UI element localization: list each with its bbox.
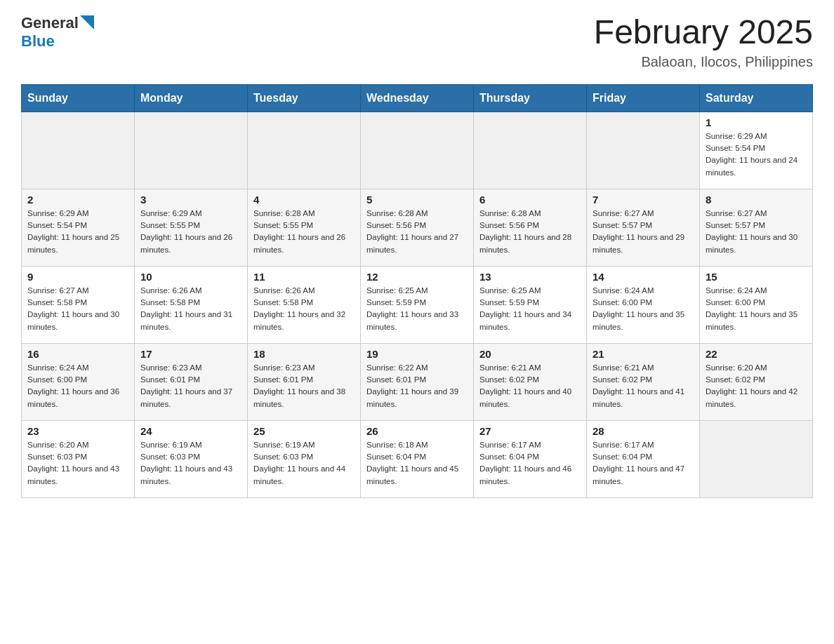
day-info: Sunrise: 6:26 AMSunset: 5:58 PMDaylight:…	[140, 285, 241, 333]
calendar-day-cell: 20Sunrise: 6:21 AMSunset: 6:02 PMDayligh…	[474, 343, 587, 420]
calendar-day-cell: 4Sunrise: 6:28 AMSunset: 5:55 PMDaylight…	[248, 189, 361, 266]
calendar-day-cell: 17Sunrise: 6:23 AMSunset: 6:01 PMDayligh…	[135, 343, 248, 420]
calendar-day-cell: 22Sunrise: 6:20 AMSunset: 6:02 PMDayligh…	[700, 343, 813, 420]
calendar-day-cell: 7Sunrise: 6:27 AMSunset: 5:57 PMDaylight…	[587, 189, 700, 266]
location-title: Balaoan, Ilocos, Philippines	[594, 54, 813, 70]
day-number: 24	[140, 425, 241, 437]
logo-triangle-icon	[80, 15, 94, 29]
calendar-day-cell: 25Sunrise: 6:19 AMSunset: 6:03 PMDayligh…	[248, 420, 361, 497]
day-info: Sunrise: 6:29 AMSunset: 5:54 PMDaylight:…	[706, 130, 807, 179]
day-number: 10	[140, 271, 241, 283]
day-number: 9	[27, 271, 128, 283]
day-info: Sunrise: 6:20 AMSunset: 6:03 PMDaylight:…	[27, 439, 128, 488]
header-monday: Monday	[135, 84, 248, 112]
logo-blue-text: Blue	[21, 32, 55, 51]
calendar-day-cell: 16Sunrise: 6:24 AMSunset: 6:00 PMDayligh…	[22, 343, 135, 420]
calendar-day-cell: 2Sunrise: 6:29 AMSunset: 5:54 PMDaylight…	[22, 189, 135, 266]
calendar-day-cell: 3Sunrise: 6:29 AMSunset: 5:55 PMDaylight…	[135, 189, 248, 266]
day-info: Sunrise: 6:19 AMSunset: 6:03 PMDaylight:…	[253, 439, 355, 488]
day-number: 1	[706, 116, 807, 128]
day-info: Sunrise: 6:26 AMSunset: 5:58 PMDaylight:…	[253, 285, 355, 333]
title-section: February 2025 Balaoan, Ilocos, Philippin…	[594, 14, 813, 70]
calendar-day-cell	[474, 112, 587, 189]
header-tuesday: Tuesday	[248, 84, 361, 112]
day-info: Sunrise: 6:25 AMSunset: 5:59 PMDaylight:…	[366, 285, 468, 333]
calendar-day-cell: 24Sunrise: 6:19 AMSunset: 6:03 PMDayligh…	[135, 420, 248, 497]
day-info: Sunrise: 6:21 AMSunset: 6:02 PMDaylight:…	[479, 362, 581, 410]
day-number: 26	[366, 425, 468, 437]
calendar-day-cell: 15Sunrise: 6:24 AMSunset: 6:00 PMDayligh…	[700, 266, 813, 343]
day-number: 17	[140, 348, 241, 360]
page-header: General Blue February 2025 Balaoan, Iloc…	[21, 14, 813, 70]
day-info: Sunrise: 6:23 AMSunset: 6:01 PMDaylight:…	[253, 362, 355, 410]
logo-general-text: General	[21, 14, 79, 32]
day-info: Sunrise: 6:28 AMSunset: 5:56 PMDaylight:…	[479, 208, 581, 256]
calendar-day-cell	[700, 420, 813, 497]
day-info: Sunrise: 6:24 AMSunset: 6:00 PMDaylight:…	[706, 285, 807, 333]
calendar-day-cell: 14Sunrise: 6:24 AMSunset: 6:00 PMDayligh…	[587, 266, 700, 343]
day-number: 18	[253, 348, 355, 360]
header-friday: Friday	[587, 84, 700, 112]
week-row-2: 2Sunrise: 6:29 AMSunset: 5:54 PMDaylight…	[22, 189, 813, 266]
calendar-day-cell: 1Sunrise: 6:29 AMSunset: 5:54 PMDaylight…	[700, 112, 813, 189]
calendar-day-cell: 6Sunrise: 6:28 AMSunset: 5:56 PMDaylight…	[474, 189, 587, 266]
day-info: Sunrise: 6:24 AMSunset: 6:00 PMDaylight:…	[27, 362, 128, 410]
day-info: Sunrise: 6:29 AMSunset: 5:55 PMDaylight:…	[140, 208, 241, 256]
day-info: Sunrise: 6:27 AMSunset: 5:57 PMDaylight:…	[706, 208, 807, 256]
day-number: 15	[706, 271, 807, 283]
day-info: Sunrise: 6:27 AMSunset: 5:58 PMDaylight:…	[27, 285, 128, 333]
day-number: 3	[140, 194, 241, 206]
day-number: 13	[479, 271, 581, 283]
calendar-day-cell: 18Sunrise: 6:23 AMSunset: 6:01 PMDayligh…	[248, 343, 361, 420]
day-info: Sunrise: 6:25 AMSunset: 5:59 PMDaylight:…	[479, 285, 581, 333]
calendar-day-cell: 21Sunrise: 6:21 AMSunset: 6:02 PMDayligh…	[587, 343, 700, 420]
day-number: 22	[706, 348, 807, 360]
day-number: 27	[479, 425, 581, 437]
week-row-5: 23Sunrise: 6:20 AMSunset: 6:03 PMDayligh…	[22, 420, 813, 497]
calendar-day-cell	[361, 112, 474, 189]
day-info: Sunrise: 6:22 AMSunset: 6:01 PMDaylight:…	[366, 362, 468, 410]
day-info: Sunrise: 6:21 AMSunset: 6:02 PMDaylight:…	[593, 362, 694, 410]
day-info: Sunrise: 6:24 AMSunset: 6:00 PMDaylight:…	[593, 285, 694, 333]
day-number: 7	[593, 194, 694, 206]
day-number: 14	[593, 271, 694, 283]
day-info: Sunrise: 6:19 AMSunset: 6:03 PMDaylight:…	[140, 439, 241, 488]
week-row-3: 9Sunrise: 6:27 AMSunset: 5:58 PMDaylight…	[22, 266, 813, 343]
day-number: 21	[593, 348, 694, 360]
calendar-day-cell: 23Sunrise: 6:20 AMSunset: 6:03 PMDayligh…	[22, 420, 135, 497]
day-number: 2	[27, 194, 128, 206]
calendar-day-cell: 10Sunrise: 6:26 AMSunset: 5:58 PMDayligh…	[135, 266, 248, 343]
day-number: 28	[593, 425, 694, 437]
calendar-day-cell	[248, 112, 361, 189]
calendar-day-cell	[135, 112, 248, 189]
day-number: 5	[366, 194, 468, 206]
calendar-day-cell: 8Sunrise: 6:27 AMSunset: 5:57 PMDaylight…	[700, 189, 813, 266]
header-saturday: Saturday	[700, 84, 813, 112]
calendar-day-cell: 13Sunrise: 6:25 AMSunset: 5:59 PMDayligh…	[474, 266, 587, 343]
month-title: February 2025	[594, 14, 813, 51]
day-number: 12	[366, 271, 468, 283]
logo: General Blue	[21, 14, 94, 51]
day-number: 8	[706, 194, 807, 206]
day-number: 11	[253, 271, 355, 283]
day-number: 16	[27, 348, 128, 360]
calendar-day-cell: 11Sunrise: 6:26 AMSunset: 5:58 PMDayligh…	[248, 266, 361, 343]
day-info: Sunrise: 6:27 AMSunset: 5:57 PMDaylight:…	[593, 208, 694, 256]
day-number: 19	[366, 348, 468, 360]
calendar-day-cell: 12Sunrise: 6:25 AMSunset: 5:59 PMDayligh…	[361, 266, 474, 343]
week-row-1: 1Sunrise: 6:29 AMSunset: 5:54 PMDaylight…	[22, 112, 813, 189]
calendar-day-cell	[587, 112, 700, 189]
calendar-day-cell: 28Sunrise: 6:17 AMSunset: 6:04 PMDayligh…	[587, 420, 700, 497]
day-number: 20	[479, 348, 581, 360]
weekday-header-row: Sunday Monday Tuesday Wednesday Thursday…	[22, 84, 813, 112]
calendar-day-cell: 9Sunrise: 6:27 AMSunset: 5:58 PMDaylight…	[22, 266, 135, 343]
calendar-table: Sunday Monday Tuesday Wednesday Thursday…	[21, 84, 813, 498]
calendar-day-cell: 5Sunrise: 6:28 AMSunset: 5:56 PMDaylight…	[361, 189, 474, 266]
calendar-day-cell	[22, 112, 135, 189]
svg-marker-0	[80, 15, 94, 29]
calendar-day-cell: 26Sunrise: 6:18 AMSunset: 6:04 PMDayligh…	[361, 420, 474, 497]
day-info: Sunrise: 6:23 AMSunset: 6:01 PMDaylight:…	[140, 362, 241, 410]
day-info: Sunrise: 6:28 AMSunset: 5:55 PMDaylight:…	[253, 208, 355, 256]
header-thursday: Thursday	[474, 84, 587, 112]
day-info: Sunrise: 6:20 AMSunset: 6:02 PMDaylight:…	[706, 362, 807, 410]
